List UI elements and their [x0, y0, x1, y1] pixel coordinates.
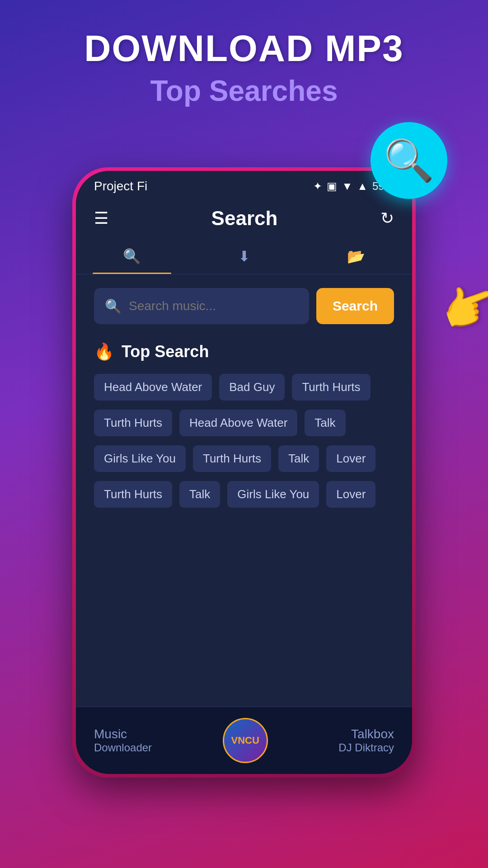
tag-head-above-water-1[interactable]: Head Above Water [94, 374, 212, 401]
fire-icon: 🔥 [94, 342, 114, 361]
bottom-bar: Music Downloader VNCU Talkbox DJ Diktrac… [76, 707, 412, 774]
bluetooth-icon: ✦ [313, 180, 322, 193]
tab-download[interactable]: ⬇ [188, 239, 300, 274]
main-subtitle: Top Searches [0, 74, 488, 108]
hamburger-icon[interactable]: ☰ [94, 210, 108, 226]
signal-icon: ▲ [357, 180, 368, 193]
folder-tab-icon: 📂 [347, 248, 365, 265]
tags-row-1: Head Above Water Bad Guy Turth Hurts [94, 374, 394, 401]
hand-pointer-icon: 👉 [433, 272, 488, 342]
top-search-header: 🔥 Top Search [94, 342, 394, 361]
content-area: 🔍 Search 🔥 Top Search Head Above Water B… [76, 274, 412, 707]
vibrate-icon: ▣ [327, 180, 337, 193]
download-tab-icon: ⬇ [238, 248, 250, 265]
tags-row-2: Turth Hurts Head Above Water Talk [94, 410, 394, 436]
search-input[interactable] [129, 299, 298, 313]
tab-search[interactable]: 🔍 [76, 239, 188, 274]
phone-screen: Project Fi ✦ ▣ ▼ ▲ 59% ☰ Search ↻ 🔍 ⬇ [76, 171, 412, 774]
tag-lover-1[interactable]: Lover [326, 445, 375, 472]
wifi-icon: ▼ [342, 180, 352, 193]
tags-row-3: Girls Like You Turth Hurts Talk Lover [94, 445, 394, 472]
tag-talk-1[interactable]: Talk [305, 410, 345, 436]
search-circle-icon: 🔍 [371, 122, 447, 199]
status-bar: Project Fi ✦ ▣ ▼ ▲ 59% [76, 171, 412, 198]
search-input-wrapper: 🔍 [94, 288, 309, 324]
bottom-right-name: Talkbox [351, 727, 394, 741]
tag-bad-guy[interactable]: Bad Guy [219, 374, 285, 401]
search-bar-container: 🔍 Search [94, 288, 394, 324]
bottom-logo: VNCU [223, 718, 268, 763]
search-tab-icon: 🔍 [123, 248, 141, 265]
tab-bar: 🔍 ⬇ 📂 [76, 239, 412, 274]
tag-girls-like-you-1[interactable]: Girls Like You [94, 445, 186, 472]
refresh-icon[interactable]: ↻ [380, 209, 394, 228]
tab-folder[interactable]: 📂 [300, 239, 412, 274]
bottom-right-info: Talkbox DJ Diktracy [338, 727, 394, 754]
tag-turth-hurts-2[interactable]: Turth Hurts [94, 410, 172, 436]
tag-girls-like-you-2[interactable]: Girls Like You [227, 481, 319, 508]
tag-turth-hurts-1[interactable]: Turth Hurts [292, 374, 370, 401]
tag-talk-2[interactable]: Talk [278, 445, 319, 472]
carrier-label: Project Fi [94, 179, 147, 193]
tag-turth-hurts-3[interactable]: Turth Hurts [193, 445, 271, 472]
bottom-app-sub: Downloader [94, 741, 152, 754]
phone-mockup: Project Fi ✦ ▣ ▼ ▲ 59% ☰ Search ↻ 🔍 ⬇ [72, 167, 416, 778]
app-header: ☰ Search ↻ [76, 198, 412, 239]
tag-turth-hurts-4[interactable]: Turth Hurts [94, 481, 172, 508]
search-input-icon: 🔍 [105, 298, 122, 314]
tag-lover-2[interactable]: Lover [326, 481, 375, 508]
main-title: DOWNLOAD MP3 [0, 27, 488, 70]
top-search-title: Top Search [122, 342, 209, 361]
tag-head-above-water-2[interactable]: Head Above Water [179, 410, 297, 436]
tags-row-4: Turth Hurts Talk Girls Like You Lover [94, 481, 394, 508]
bottom-right-sub: DJ Diktracy [338, 741, 394, 754]
app-title: Search [211, 207, 278, 230]
bottom-logo-text: VNCU [231, 735, 259, 746]
search-button[interactable]: Search [316, 288, 394, 324]
bottom-left-info: Music Downloader [94, 727, 152, 754]
tag-talk-3[interactable]: Talk [179, 481, 220, 508]
magnify-icon: 🔍 [384, 137, 434, 184]
bottom-app-name: Music [94, 727, 152, 741]
header-area: DOWNLOAD MP3 Top Searches [0, 0, 488, 117]
